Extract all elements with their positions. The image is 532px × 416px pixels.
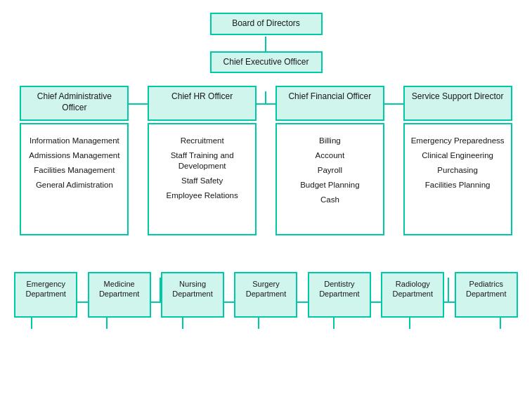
chro-item-1: Recruitment: [155, 136, 249, 146]
ssd-label: Service Support Director: [412, 91, 504, 101]
cfo-column: Chief Financial Officer Billing Account …: [275, 86, 384, 235]
cao-item-3: Facilities Management: [27, 165, 122, 176]
dept-pediatrics: Pediatrics Department: [455, 272, 518, 318]
cao-list-box: Information Management Admissions Manage…: [20, 123, 129, 235]
cfo-item-5: Cash: [283, 195, 377, 205]
ssd-item-3: Purchasing: [410, 165, 505, 176]
ssd-title-box: Service Support Director: [403, 86, 512, 121]
ssd-list-box: Emergency Preparedness Clinical Engineer…: [403, 123, 512, 235]
cfo-list-box: Billing Account Payroll Budget Planning …: [275, 123, 384, 235]
cao-column: Chief Administrative Officer Information…: [20, 86, 129, 235]
cfo-item-4: Budget Planning: [283, 180, 377, 190]
cao-title-box: Chief Administrative Officer: [20, 86, 129, 121]
dept-medicine: Medicine Department: [88, 272, 151, 318]
dept-radiology: Radiology Department: [381, 272, 444, 318]
board-label: Board of Directors: [232, 18, 300, 28]
cao-item-4: General Adimistration: [27, 180, 122, 190]
cfo-item-3: Payroll: [283, 165, 377, 176]
chro-item-4: Employee Relations: [155, 190, 249, 201]
ssd-item-2: Clinical Engineering: [410, 150, 505, 161]
cfo-item-2: Account: [283, 150, 377, 161]
org-chart: Board of Directors Chief Executive Offic…: [0, 0, 532, 325]
ceo-box: Chief Executive Officer: [210, 51, 323, 74]
chro-list-box: Recruitment Staff Training and Developme…: [148, 123, 257, 235]
cfo-title-box: Chief Financial Officer: [275, 86, 384, 121]
dept-emergency: Emergency Department: [14, 272, 77, 318]
ssd-column: Service Support Director Emergency Prepa…: [403, 86, 512, 235]
ssd-item-1: Emergency Preparedness: [410, 136, 505, 146]
cfo-item-1: Billing: [283, 136, 377, 146]
cao-item-2: Admissions Management: [27, 150, 122, 161]
cao-item-1: Information Management: [27, 136, 122, 146]
dept-dentistry: Dentistry Department: [308, 272, 371, 318]
cfo-label: Chief Financial Officer: [288, 91, 371, 101]
chro-label: Chief HR Officer: [171, 91, 233, 101]
dept-surgery: Surgery Department: [234, 272, 297, 318]
chro-item-2: Staff Training and Development: [155, 150, 249, 171]
chro-item-3: Staff Safety: [155, 176, 249, 186]
board-box: Board of Directors: [210, 13, 323, 35]
chro-column: Chief HR Officer Recruitment Staff Train…: [148, 86, 257, 235]
dept-nursing: Nursing Department: [161, 272, 224, 318]
cao-label: Chief Administrative Officer: [37, 91, 112, 112]
ceo-label: Chief Executive Officer: [223, 57, 309, 67]
ssd-item-4: Facilities Planning: [410, 180, 505, 190]
chro-title-box: Chief HR Officer: [148, 86, 257, 121]
